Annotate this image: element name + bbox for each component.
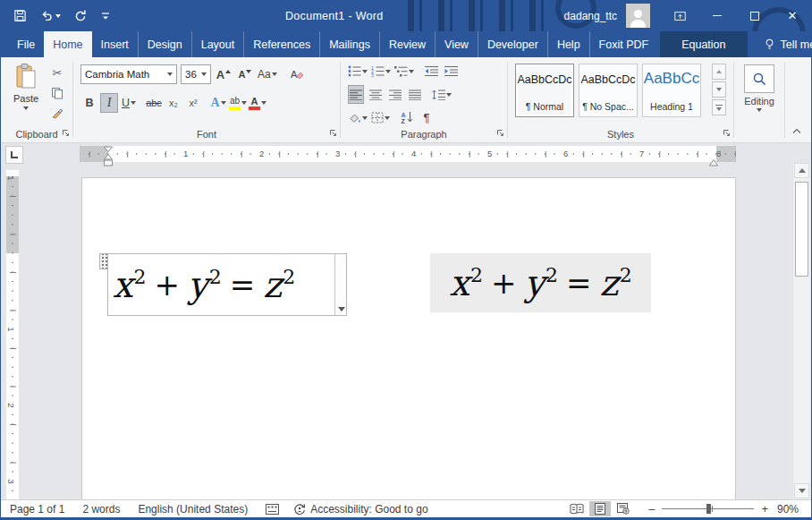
strikethrough-button[interactable]: abc [145, 93, 163, 113]
zoom-slider-thumb[interactable] [706, 504, 711, 514]
macro-record-button[interactable] [266, 504, 279, 515]
font-name-combobox[interactable]: Cambria Math [80, 64, 177, 84]
tab-view[interactable]: View [435, 31, 478, 57]
bullets-button[interactable] [348, 62, 368, 81]
scroll-up-button[interactable] [794, 163, 809, 178]
ribbon-display-options-button[interactable] [661, 0, 698, 31]
align-center-button[interactable] [368, 85, 384, 104]
underline-dropdown-icon[interactable] [131, 101, 136, 105]
tab-stop-selector[interactable] [5, 146, 23, 164]
zoom-out-button[interactable]: – [648, 502, 655, 516]
equation-editor-active[interactable]: x2+y2=z2 [107, 253, 347, 316]
collapse-ribbon-button[interactable] [791, 126, 802, 137]
language-indicator[interactable]: English (United States) [138, 503, 248, 516]
editing-dropdown-icon[interactable] [757, 108, 762, 112]
tab-help[interactable]: Help [547, 31, 589, 57]
copy-button[interactable] [47, 84, 67, 102]
text-effects-button[interactable]: A [209, 93, 227, 113]
equation-drag-handle-icon[interactable] [99, 253, 108, 269]
zoom-percentage[interactable]: 90% [777, 503, 799, 516]
paste-dropdown-icon[interactable] [23, 107, 29, 110]
font-dialog-launcher[interactable] [328, 128, 337, 139]
styles-more-button[interactable] [712, 99, 726, 115]
print-layout-button-active[interactable] [589, 501, 611, 516]
tab-home[interactable]: Home [44, 31, 91, 57]
document-page[interactable]: x2+y2=z2 x2+y2=z2 [81, 177, 736, 499]
save-button[interactable] [13, 9, 27, 22]
align-right-button[interactable] [387, 85, 403, 104]
align-left-button-active[interactable] [348, 85, 364, 104]
shrink-font-button[interactable]: A [236, 64, 254, 84]
show-hide-pilcrow-button[interactable]: ¶ [419, 108, 435, 127]
font-name-dropdown-icon[interactable] [167, 72, 173, 76]
tab-foxit-pdf[interactable]: Foxit PDF [589, 31, 658, 57]
undo-button[interactable] [39, 9, 61, 22]
scrollbar-thumb[interactable] [795, 182, 808, 277]
bullets-dropdown-icon[interactable] [362, 70, 368, 73]
tell-me-button[interactable]: Tell me [755, 31, 812, 57]
maximize-button[interactable] [736, 0, 774, 31]
tab-design[interactable]: Design [138, 31, 191, 57]
customize-qat-button[interactable] [100, 11, 111, 21]
tab-mailings[interactable]: Mailings [319, 31, 379, 57]
grow-font-button[interactable]: A [215, 64, 233, 84]
vertical-ruler[interactable]: 1 1 2 3 [6, 170, 19, 499]
read-mode-button[interactable] [566, 501, 588, 516]
redo-button[interactable] [73, 9, 88, 23]
vertical-scrollbar[interactable] [792, 163, 810, 499]
clipboard-dialog-launcher[interactable] [61, 128, 70, 139]
page-indicator[interactable]: Page 1 of 1 [10, 503, 64, 516]
tab-review[interactable]: Review [379, 31, 435, 57]
horizontal-ruler[interactable]: 1 2 3 4 5 6 7 8 [80, 146, 736, 162]
scroll-down-button[interactable] [794, 483, 809, 499]
zoom-in-button[interactable]: + [761, 502, 768, 516]
zoom-slider[interactable] [662, 504, 754, 514]
web-layout-button[interactable] [613, 501, 634, 516]
underline-button[interactable]: U [120, 93, 138, 113]
equation-options-strip[interactable] [334, 254, 346, 315]
multilevel-dropdown-icon[interactable] [409, 70, 414, 73]
font-size-dropdown-icon[interactable] [201, 72, 207, 76]
style-normal[interactable]: AaBbCcDc ¶ Normal [515, 64, 574, 117]
tab-layout[interactable]: Layout [191, 31, 244, 57]
avatar[interactable] [626, 4, 650, 28]
styles-dialog-launcher[interactable] [722, 128, 731, 139]
font-color-dropdown-icon[interactable] [261, 101, 266, 105]
highlight-color-button[interactable]: ab [229, 93, 247, 113]
account-user-name[interactable]: dadang_ttc [564, 10, 617, 22]
clear-formatting-button[interactable]: A [288, 64, 306, 84]
paragraph-dialog-launcher[interactable] [495, 128, 504, 139]
tab-insert[interactable]: Insert [92, 31, 138, 57]
numbering-dropdown-icon[interactable] [385, 70, 391, 73]
justify-button[interactable] [407, 85, 423, 104]
shading-dropdown-icon[interactable] [362, 116, 368, 120]
tab-references[interactable]: References [243, 31, 319, 57]
borders-button[interactable] [371, 108, 390, 127]
paste-button[interactable]: Paste [6, 63, 46, 122]
equation-dropdown-icon[interactable] [338, 307, 345, 311]
right-indent-marker[interactable] [708, 154, 719, 170]
close-button[interactable]: ✕ [774, 0, 811, 31]
superscript-button[interactable]: x² [184, 93, 202, 113]
styles-scroll-up-button[interactable] [712, 64, 726, 80]
word-count[interactable]: 2 words [82, 503, 120, 516]
line-spacing-button[interactable] [432, 85, 452, 104]
borders-dropdown-icon[interactable] [385, 116, 390, 120]
numbering-button[interactable]: 123 [371, 62, 391, 81]
sort-button[interactable]: AZ [399, 108, 415, 127]
equation-content[interactable]: x2+y2=z2 [108, 254, 334, 315]
font-color-button[interactable]: A [249, 93, 266, 113]
tab-equation-contextual[interactable]: Equation [660, 31, 747, 57]
style-no-spacing[interactable]: AaBbCcDc ¶ No Spac... [579, 64, 638, 117]
subscript-button[interactable]: x₂ [165, 93, 182, 113]
change-case-button[interactable]: Aa [258, 64, 277, 84]
undo-dropdown-icon[interactable] [55, 14, 61, 18]
indent-markers[interactable] [103, 146, 114, 172]
styles-scroll-down-button[interactable] [712, 81, 726, 98]
tab-developer[interactable]: Developer [478, 31, 547, 57]
highlight-dropdown-icon[interactable] [241, 101, 247, 105]
shading-button[interactable] [348, 108, 368, 127]
decrease-indent-button[interactable] [423, 62, 439, 81]
cut-button[interactable]: ✂ [47, 64, 67, 81]
line-spacing-dropdown-icon[interactable] [446, 93, 452, 97]
